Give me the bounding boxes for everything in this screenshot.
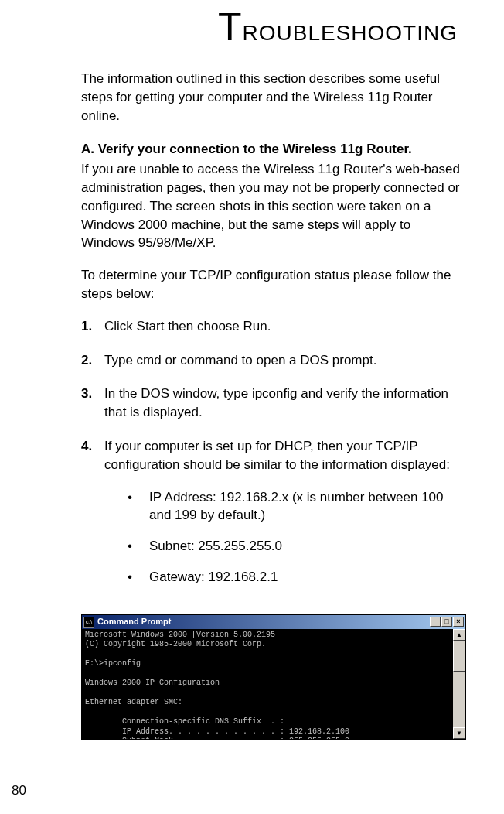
list-item: 1. Click Start then choose Run. <box>81 317 465 336</box>
page-title: TROUBLESHOOTING <box>81 0 458 54</box>
step-4-text: If your computer is set up for DHCP, the… <box>104 439 450 472</box>
minimize-button[interactable]: _ <box>430 617 441 627</box>
steps-list: 1. Click Start then choose Run. 2. Type … <box>81 317 465 599</box>
cmd-titlebar: c:\ Command Prompt _ □ × <box>82 615 465 629</box>
bullet-marker: • <box>128 537 149 556</box>
steps-intro: To determine your TCP/IP configuration s… <box>81 266 465 303</box>
section-a-heading: A. Verify your connection to the Wireles… <box>81 140 465 159</box>
command-prompt-window: c:\ Command Prompt _ □ × Microsoft Windo… <box>81 614 466 740</box>
maximize-button[interactable]: □ <box>441 617 452 627</box>
step-number: 2. <box>81 351 104 370</box>
list-item: 3. In the DOS window, type ipconfig and … <box>81 385 465 422</box>
scroll-down-button[interactable]: ▼ <box>453 727 465 739</box>
bullet-item: • Subnet: 255.255.255.0 <box>104 537 465 556</box>
step-number: 1. <box>81 317 104 336</box>
scrollbar[interactable]: ▲ ▼ <box>453 629 465 739</box>
cmd-icon: c:\ <box>83 617 94 628</box>
step-number: 3. <box>81 385 104 422</box>
bullet-marker: • <box>128 568 149 587</box>
bullet-text: Gateway: 192.168.2.1 <box>149 568 465 587</box>
title-dropcap: T <box>218 5 243 49</box>
section-a-body: If you are unable to access the Wireless… <box>81 160 465 252</box>
page-number: 80 <box>12 782 26 800</box>
bullet-marker: • <box>128 488 149 525</box>
bullet-item: • IP Address: 192.168.2.x (x is number b… <box>104 488 465 525</box>
bullet-list: • IP Address: 192.168.2.x (x is number b… <box>104 488 465 587</box>
list-item: 2. Type cmd or command to open a DOS pro… <box>81 351 465 370</box>
bullet-item: • Gateway: 192.168.2.1 <box>104 568 465 587</box>
title-rest: ROUBLESHOOTING <box>243 21 458 45</box>
step-text: In the DOS window, type ipconfig and ver… <box>104 385 465 422</box>
scroll-thumb[interactable] <box>453 641 465 672</box>
close-button[interactable]: × <box>453 617 464 627</box>
intro-paragraph: The information outlined in this section… <box>81 70 465 125</box>
list-item: 4. If your computer is set up for DHCP, … <box>81 437 465 599</box>
window-buttons: _ □ × <box>430 617 464 627</box>
scroll-up-button[interactable]: ▲ <box>453 629 465 641</box>
bullet-text: Subnet: 255.255.255.0 <box>149 537 465 556</box>
step-text: Click Start then choose Run. <box>104 317 465 336</box>
bullet-text: IP Address: 192.168.2.x (x is number bet… <box>149 488 465 525</box>
step-number: 4. <box>81 437 104 599</box>
step-text: Type cmd or command to open a DOS prompt… <box>104 351 465 370</box>
cmd-window-title: Command Prompt <box>97 616 430 628</box>
cmd-output: Microsoft Windows 2000 [Version 5.00.219… <box>82 629 453 739</box>
scroll-track[interactable] <box>453 641 465 727</box>
step-text: If your computer is set up for DHCP, the… <box>104 437 465 599</box>
